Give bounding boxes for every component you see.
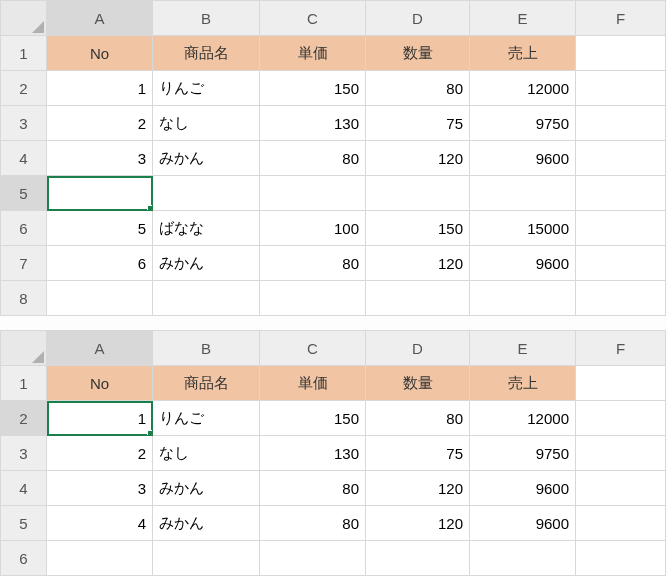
cell-F3[interactable]	[576, 436, 666, 471]
cell-A1[interactable]: No	[47, 366, 153, 401]
row-head-4[interactable]: 4	[1, 141, 47, 176]
col-head-A[interactable]: A	[47, 1, 153, 36]
cell-E1[interactable]: 売上	[470, 36, 576, 71]
cell-E4[interactable]: 9600	[470, 471, 576, 506]
cell-F4[interactable]	[576, 141, 666, 176]
cell-F7[interactable]	[576, 246, 666, 281]
cell-A8[interactable]	[47, 281, 153, 316]
cell-D6[interactable]: 150	[366, 211, 470, 246]
cell-C1[interactable]: 単価	[260, 36, 366, 71]
col-head-E[interactable]: E	[470, 1, 576, 36]
cell-F1[interactable]	[576, 36, 666, 71]
cell-A2[interactable]: 1	[47, 71, 153, 106]
cell-D4[interactable]: 120	[366, 141, 470, 176]
cell-E6[interactable]	[470, 541, 576, 576]
cell-E3[interactable]: 9750	[470, 436, 576, 471]
cell-D4[interactable]: 120	[366, 471, 470, 506]
cell-A6[interactable]	[47, 541, 153, 576]
cell-D1[interactable]: 数量	[366, 366, 470, 401]
cell-B5[interactable]	[153, 176, 260, 211]
row-head-5[interactable]: 5	[1, 506, 47, 541]
row-head-3[interactable]: 3	[1, 436, 47, 471]
cell-D3[interactable]: 75	[366, 106, 470, 141]
row-head-5[interactable]: 5	[1, 176, 47, 211]
cell-E5[interactable]	[470, 176, 576, 211]
cell-B2[interactable]: りんご	[153, 401, 260, 436]
cell-B4[interactable]: みかん	[153, 141, 260, 176]
cell-C2[interactable]: 150	[260, 71, 366, 106]
cell-C3[interactable]: 130	[260, 106, 366, 141]
row-head-2[interactable]: 2	[1, 71, 47, 106]
cell-E8[interactable]	[470, 281, 576, 316]
cell-F2[interactable]	[576, 71, 666, 106]
cell-C4[interactable]: 80	[260, 471, 366, 506]
col-head-C[interactable]: C	[260, 1, 366, 36]
cell-B6[interactable]	[153, 541, 260, 576]
col-head-E[interactable]: E	[470, 331, 576, 366]
cell-A5[interactable]	[47, 176, 153, 211]
cell-F8[interactable]	[576, 281, 666, 316]
cell-B8[interactable]	[153, 281, 260, 316]
cell-B3[interactable]: なし	[153, 436, 260, 471]
cell-C4[interactable]: 80	[260, 141, 366, 176]
cell-B2[interactable]: りんご	[153, 71, 260, 106]
cell-A1[interactable]: No	[47, 36, 153, 71]
col-head-F[interactable]: F	[576, 331, 666, 366]
cell-C1[interactable]: 単価	[260, 366, 366, 401]
cell-E5[interactable]: 9600	[470, 506, 576, 541]
cell-E3[interactable]: 9750	[470, 106, 576, 141]
row-head-6[interactable]: 6	[1, 541, 47, 576]
cell-D8[interactable]	[366, 281, 470, 316]
row-head-8[interactable]: 8	[1, 281, 47, 316]
col-head-A[interactable]: A	[47, 331, 153, 366]
cell-A4[interactable]: 3	[47, 471, 153, 506]
cell-B7[interactable]: みかん	[153, 246, 260, 281]
cell-C8[interactable]	[260, 281, 366, 316]
cell-C6[interactable]	[260, 541, 366, 576]
cell-E2[interactable]: 12000	[470, 401, 576, 436]
cell-C5[interactable]	[260, 176, 366, 211]
cell-F1[interactable]	[576, 366, 666, 401]
cell-C6[interactable]: 100	[260, 211, 366, 246]
cell-A3[interactable]: 2	[47, 436, 153, 471]
cell-D7[interactable]: 120	[366, 246, 470, 281]
row-head-6[interactable]: 6	[1, 211, 47, 246]
col-head-F[interactable]: F	[576, 1, 666, 36]
cell-E4[interactable]: 9600	[470, 141, 576, 176]
cell-F3[interactable]	[576, 106, 666, 141]
cell-C5[interactable]: 80	[260, 506, 366, 541]
cell-D2[interactable]: 80	[366, 401, 470, 436]
row-head-7[interactable]: 7	[1, 246, 47, 281]
select-all-corner[interactable]	[1, 331, 47, 366]
cell-D5[interactable]	[366, 176, 470, 211]
cell-A7[interactable]: 6	[47, 246, 153, 281]
col-head-D[interactable]: D	[366, 331, 470, 366]
row-head-1[interactable]: 1	[1, 36, 47, 71]
col-head-B[interactable]: B	[153, 1, 260, 36]
cell-B1[interactable]: 商品名	[153, 366, 260, 401]
cell-D6[interactable]	[366, 541, 470, 576]
cell-B1[interactable]: 商品名	[153, 36, 260, 71]
spreadsheet-top[interactable]: A B C D E F 1 No 商品名 単価 数量 売上 2 1 りんご 15…	[0, 0, 666, 316]
cell-F5[interactable]	[576, 506, 666, 541]
col-head-C[interactable]: C	[260, 331, 366, 366]
row-head-2[interactable]: 2	[1, 401, 47, 436]
cell-E2[interactable]: 12000	[470, 71, 576, 106]
row-head-4[interactable]: 4	[1, 471, 47, 506]
cell-E1[interactable]: 売上	[470, 366, 576, 401]
cell-F5[interactable]	[576, 176, 666, 211]
row-head-3[interactable]: 3	[1, 106, 47, 141]
cell-C7[interactable]: 80	[260, 246, 366, 281]
cell-E7[interactable]: 9600	[470, 246, 576, 281]
col-head-B[interactable]: B	[153, 331, 260, 366]
cell-E6[interactable]: 15000	[470, 211, 576, 246]
cell-B3[interactable]: なし	[153, 106, 260, 141]
cell-A4[interactable]: 3	[47, 141, 153, 176]
cell-F2[interactable]	[576, 401, 666, 436]
cell-F4[interactable]	[576, 471, 666, 506]
cell-C3[interactable]: 130	[260, 436, 366, 471]
row-head-1[interactable]: 1	[1, 366, 47, 401]
cell-A6[interactable]: 5	[47, 211, 153, 246]
cell-D2[interactable]: 80	[366, 71, 470, 106]
cell-F6[interactable]	[576, 541, 666, 576]
